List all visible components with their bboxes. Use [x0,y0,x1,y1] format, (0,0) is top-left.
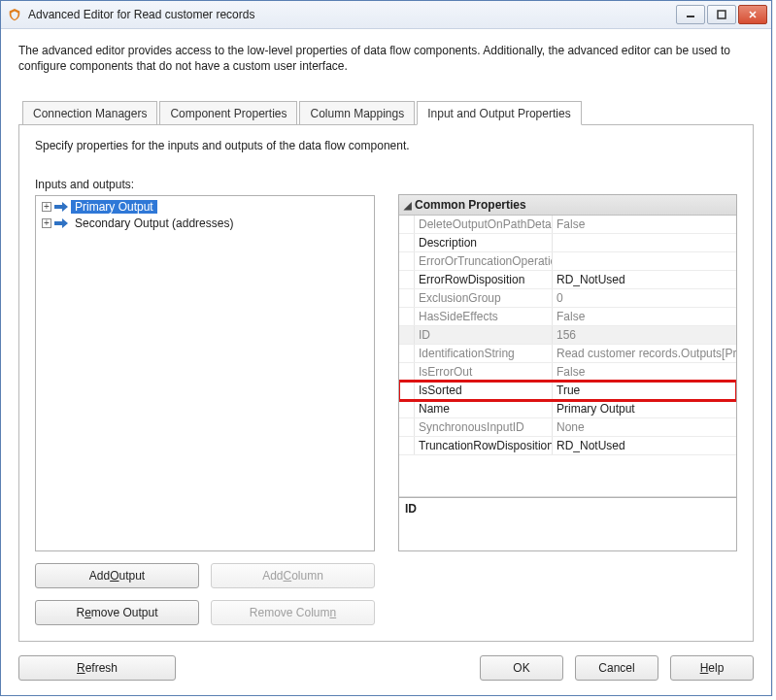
window-title: Advanced Editor for Read customer record… [28,8,676,21]
prop-row-name[interactable]: Name Primary Output [399,400,736,418]
remove-column-button: Remove Column [211,600,375,625]
propgrid-group-name: Common Properties [415,198,526,212]
tree-item-secondary-output[interactable]: + Secondary Output (addresses) [36,215,374,231]
remove-output-button[interactable]: Remove Output [35,600,199,625]
prop-row-synchronousinputid[interactable]: SynchronousInputID None [399,418,736,437]
add-column-button: Add Column [211,563,375,588]
cancel-button[interactable]: Cancel [575,655,658,681]
tab-io-properties[interactable]: Input and Output Properties [417,101,581,125]
propgrid-desc-name: ID [405,502,730,516]
prop-row-identificationstring[interactable]: IdentificationString Read customer recor… [399,345,736,363]
svg-rect-0 [687,16,694,17]
property-grid[interactable]: ◢ Common Properties DeleteOutputOnPathDe… [398,194,737,551]
refresh-button[interactable]: Refresh [18,655,176,681]
prop-row-truncationrowdisposition[interactable]: TruncationRowDisposition RD_NotUsed [399,437,736,455]
minimize-button[interactable] [676,5,705,24]
prop-row-issorted[interactable]: IsSorted True [399,382,736,400]
titlebar: Advanced Editor for Read customer record… [1,1,771,29]
tab-body: Specify properties for the inputs and ou… [18,125,754,642]
ok-button[interactable]: OK [480,655,563,681]
add-output-button[interactable]: Add Output [35,563,199,588]
tab-column-mappings[interactable]: Column Mappings [299,101,415,124]
tree-item-label: Primary Output [71,200,157,214]
intro-text: The advanced editor provides access to t… [18,43,754,74]
propgrid-group-header[interactable]: ◢ Common Properties [399,195,736,216]
dialog-button-row: Refresh OK Cancel Help [18,655,754,681]
prop-row-description[interactable]: Description [399,234,736,252]
help-button[interactable]: Help [670,655,754,681]
maximize-button[interactable] [707,5,736,24]
prop-row-exclusiongroup[interactable]: ExclusionGroup 0 [399,289,736,308]
prop-row-hassideeffects[interactable]: HasSideEffects False [399,308,736,326]
tab-strip: Connection Managers Component Properties… [18,101,754,125]
instruction-text: Specify properties for the inputs and ou… [35,139,737,152]
output-arrow-icon [53,217,69,230]
propgrid-description-pane: ID [399,497,736,550]
close-button[interactable] [738,5,767,24]
app-icon [7,7,22,22]
prop-row-errorrowdisposition[interactable]: ErrorRowDisposition RD_NotUsed [399,271,736,289]
inputs-outputs-label: Inputs and outputs: [35,178,375,191]
inputs-outputs-tree[interactable]: + Primary Output + [35,195,375,551]
prop-row-errorortruncationoperation[interactable]: ErrorOrTruncationOperatio [399,252,736,271]
prop-row-deleteoutputonpathdetached[interactable]: DeleteOutputOnPathDetac False [399,216,736,234]
expand-icon[interactable]: + [42,218,51,228]
output-arrow-icon [53,200,69,214]
collapse-icon[interactable]: ◢ [401,200,415,211]
tree-item-label: Secondary Output (addresses) [71,217,237,230]
tab-connection-managers[interactable]: Connection Managers [22,101,157,124]
prop-row-id[interactable]: ID 156 [399,326,736,345]
prop-row-iserrorout[interactable]: IsErrorOut False [399,363,736,382]
svg-rect-1 [718,11,725,18]
window-buttons [676,5,767,24]
tree-item-primary-output[interactable]: + Primary Output [36,198,374,215]
tab-component-properties[interactable]: Component Properties [159,101,297,124]
expand-icon[interactable]: + [42,202,51,212]
